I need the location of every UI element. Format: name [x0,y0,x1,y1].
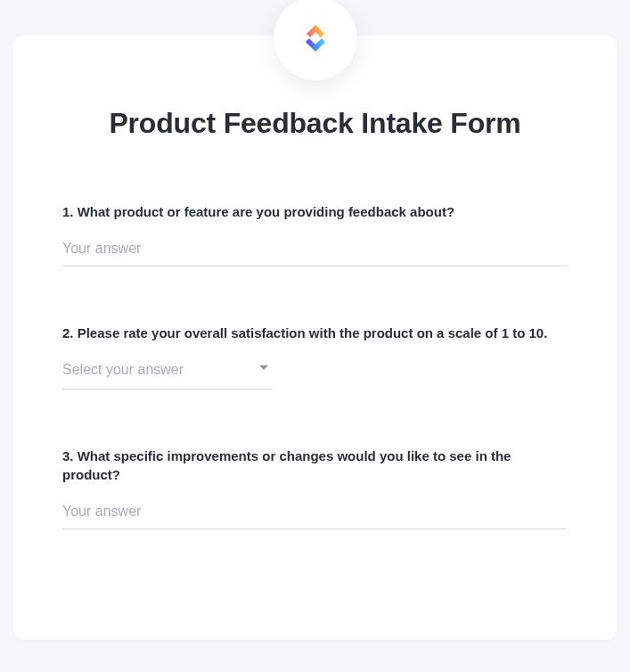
form-card: Product Feedback Intake Form 1. What pro… [13,36,617,640]
question-3: 3. What specific improvements or changes… [62,447,568,529]
question-1-input[interactable] [62,235,568,266]
question-3-label: 3. What specific improvements or changes… [62,447,568,484]
question-2-label: 2. Please rate your overall satisfaction… [62,324,568,342]
form-title: Product Feedback Intake Form [62,107,568,140]
question-2-select[interactable]: Select your answer [62,356,272,389]
question-3-input[interactable] [62,498,568,529]
logo-container [274,0,357,80]
question-1: 1. What product or feature are you provi… [62,202,568,266]
chevron-down-icon [259,365,268,370]
select-placeholder: Select your answer [62,362,184,377]
question-1-label: 1. What product or feature are you provi… [62,202,568,221]
clickup-logo-icon [298,20,333,56]
question-2: 2. Please rate your overall satisfaction… [62,324,568,389]
